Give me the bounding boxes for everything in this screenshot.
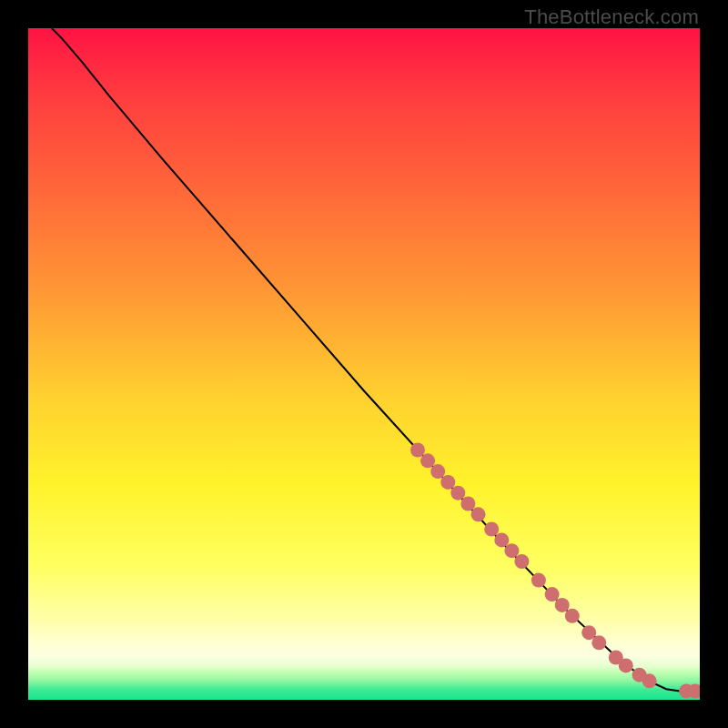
data-point xyxy=(484,522,499,537)
data-point xyxy=(494,532,509,547)
data-point xyxy=(471,507,486,521)
data-point xyxy=(555,598,570,612)
data-point xyxy=(504,543,519,558)
data-point xyxy=(430,464,445,479)
data-point xyxy=(460,497,475,511)
data-point xyxy=(565,609,580,623)
data-point xyxy=(514,554,529,569)
chart-canvas: TheBottleneck.com xyxy=(0,0,728,728)
highlight-dots xyxy=(410,443,700,699)
data-point xyxy=(440,475,455,490)
data-point xyxy=(592,635,606,650)
data-point xyxy=(410,443,425,458)
data-point xyxy=(531,573,546,588)
data-point xyxy=(420,453,435,468)
data-point xyxy=(619,658,633,672)
plot-area xyxy=(28,28,700,700)
data-point xyxy=(545,587,560,602)
watermark-text: TheBottleneck.com xyxy=(524,5,699,29)
data-point xyxy=(450,486,465,500)
data-point xyxy=(642,673,657,688)
chart-svg xyxy=(28,28,700,700)
curve-line xyxy=(52,28,700,692)
